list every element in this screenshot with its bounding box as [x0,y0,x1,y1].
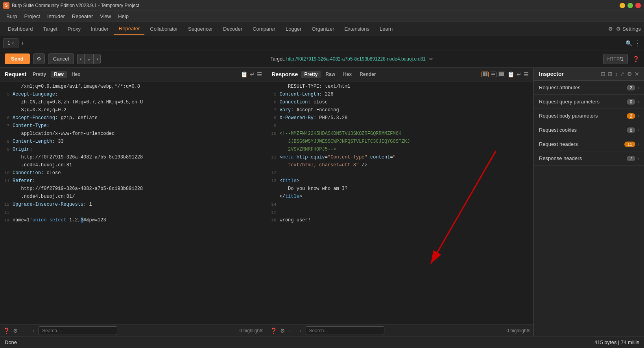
response-format-render[interactable]: Render [356,71,379,78]
menu-repeater[interactable]: Repeater [69,12,96,20]
response-format-hex[interactable]: Hex [340,71,355,78]
request-search-input[interactable] [39,326,117,335]
response-settings-icon[interactable]: ⚙ [280,328,285,334]
tab-target[interactable]: Target [39,24,62,34]
request-menu-icon[interactable]: ☰ [257,71,262,77]
more-options-icon[interactable]: ⋮ [634,39,641,48]
inspector-request-body-params[interactable]: Request body parameters 2 › [534,109,644,123]
response-line-12: 12 [267,169,534,177]
tab-intruder[interactable]: Intruder [86,24,113,34]
request-wrap-icon[interactable]: ↵ [250,71,255,77]
request-forward-icon[interactable]: → [30,328,35,334]
request-back-icon[interactable]: ← [21,328,27,334]
tab-organizer[interactable]: Organizer [307,24,339,34]
tab-collaborator[interactable]: Collaborator [145,24,183,34]
tab-dashboard[interactable]: Dashboard [3,24,38,34]
settings-nav[interactable]: ⚙ ⚙ Settings [608,26,641,32]
repeater-tab-1[interactable]: 1 × [3,38,18,48]
cancel-button[interactable]: Cancel [48,53,74,64]
target-url-link[interactable]: http://f0f27919-326a-4082-a7b5-8c193b891… [286,56,426,62]
nav-forward-button[interactable]: › [94,54,101,64]
layout-side-by-side-icon[interactable] [482,72,489,77]
response-line-6: 6 Connection: close [267,99,534,107]
window-controls[interactable] [620,3,641,8]
request-line-14: 14 name=1'union select 1,2,3#&pw=123 [0,217,267,225]
tab-logger[interactable]: Logger [281,24,306,34]
menu-intruder[interactable]: Intruder [44,12,68,20]
repeater-tab-add[interactable]: + [18,39,27,48]
nav-down-button[interactable]: ⌄ [84,54,94,64]
send-button[interactable]: Send [5,53,30,64]
request-format-raw[interactable]: Raw [51,71,67,78]
window-title: Burp Suite Community Edition v2023.9.1 -… [12,3,139,8]
http-help-icon[interactable]: ❓ [633,56,639,62]
status-text: Done [5,339,17,345]
settings-label[interactable]: ⚙ Settings [616,26,641,32]
nav-back-button[interactable]: ‹ [77,54,84,64]
send-settings-button[interactable]: ⚙ [33,53,45,64]
tab-learn[interactable]: Learn [375,24,397,34]
request-format-hex[interactable]: Hex [68,71,83,78]
inspector-response-headers[interactable]: Response headers 7 › [534,151,644,166]
inspector-request-cookies[interactable]: Request cookies 0 › [534,123,644,137]
minimize-button[interactable] [620,3,625,8]
response-code-editor[interactable]: RESULT-TYPE: text/html 5 Content-Length:… [267,81,534,324]
tab-proxy[interactable]: Proxy [63,24,85,34]
tab-sequencer[interactable]: Sequencer [183,24,218,34]
tab-repeater[interactable]: Repeater [114,23,144,35]
inspector-request-cookies-count: 0 [627,127,635,133]
repeater-tab-bar: 1 × + 🔍 ⋮ [0,36,644,50]
request-line-5: 5 Accept-Language: [0,91,267,99]
menu-help[interactable]: Help [115,12,132,20]
inspector-request-attributes-controls: 2 › [627,85,639,90]
response-back-icon[interactable]: ← [288,328,294,334]
request-line-5a: zh-CN,zh;q=0.8,zh-TW;q=0.7,zh-HK;q=0.5,e… [0,99,267,107]
menu-view[interactable]: View [97,12,114,20]
request-format-tabs: Pretty Raw Hex [30,71,83,78]
maximize-button[interactable] [627,3,633,8]
layout-stacked-icon[interactable] [490,72,497,77]
tab-decoder[interactable]: Decoder [218,24,247,34]
response-menu-icon[interactable]: ☰ [524,71,529,77]
inspector-layout-icon[interactable]: ⊟ [601,71,605,77]
inspector-request-attributes-count: 2 [627,85,635,90]
tab-extensions[interactable]: Extensions [340,24,375,34]
request-copy-icon[interactable]: 📋 [241,71,247,77]
inspector-expand-icon[interactable]: ⤢ [620,71,625,77]
request-panel-header-left: Request Pretty Raw Hex [5,71,83,78]
response-line-11: 11 <meta http-equiv="Content-Type" conte… [267,154,534,162]
response-forward-icon[interactable]: → [297,328,303,334]
response-wrap-icon[interactable]: ↵ [517,71,521,77]
http-version-badge[interactable]: HTTP/1 [603,54,628,64]
response-copy-icon[interactable]: 📋 [507,71,514,77]
inspector-request-query-params[interactable]: Request query parameters 0 › [534,95,644,109]
request-settings-icon[interactable]: ⚙ [13,328,18,334]
response-search-input[interactable] [306,326,384,335]
menu-project[interactable]: Project [21,12,43,20]
layout-full-icon[interactable] [498,72,505,77]
inspector-settings-icon[interactable]: ⚙ [627,71,632,77]
title-bar: S Burp Suite Community Edition v2023.9.1… [0,0,644,11]
inspector-request-body-controls: 2 › [627,113,639,119]
inspector-request-attributes[interactable]: Request attributes 2 › [534,81,644,95]
inspector-layout2-icon[interactable]: ⊞ [608,71,613,77]
request-code-editor[interactable]: /xml;q=0.9,image/avif,image/webp,*/*;q=0… [0,81,267,324]
inspector-request-attributes-label: Request attributes [539,85,581,90]
tab-comparer[interactable]: Comparer [248,24,280,34]
global-search-icon[interactable]: 🔍 [626,40,632,46]
inspector-sort-icon[interactable]: ↕ [615,71,618,77]
response-help-icon[interactable]: ❓ [270,328,277,334]
response-format-raw[interactable]: Raw [322,71,338,78]
edit-target-icon[interactable]: ✏ [429,56,433,62]
request-format-pretty[interactable]: Pretty [30,71,49,78]
response-format-pretty[interactable]: Pretty [301,71,321,78]
app-icon: S [3,2,9,9]
inspector-close-icon[interactable]: ✕ [635,71,639,77]
response-panel-header: Response Pretty Raw Hex Render [267,68,534,81]
layout-icons [482,72,505,77]
inspector-request-headers[interactable]: Request headers 11 › [534,137,644,151]
repeater-tab-close[interactable]: × [12,41,14,46]
close-button[interactable] [635,3,641,8]
request-help-icon[interactable]: ❓ [3,328,10,334]
menu-burp[interactable]: Burp [3,12,20,20]
